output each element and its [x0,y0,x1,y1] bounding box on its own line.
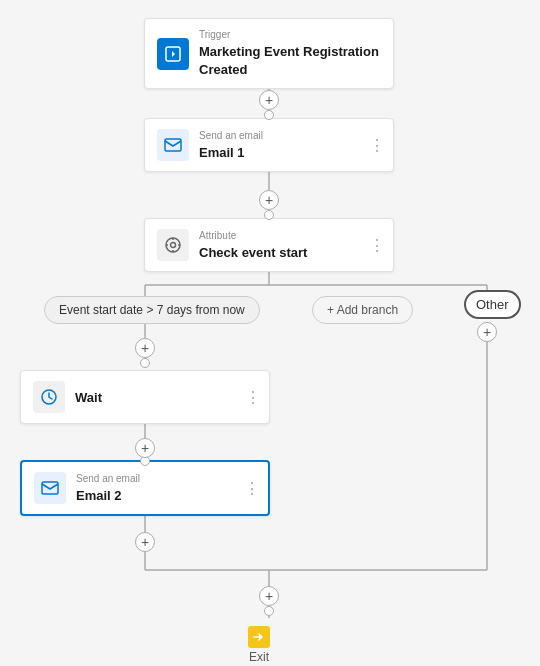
plus-btn-4[interactable]: + [135,438,155,458]
exit-icon [248,626,270,648]
plus-btn-5[interactable]: + [135,532,155,552]
email2-info: Send an email Email 2 [76,473,140,504]
email2-node: Send an email Email 2 ⋮ [20,460,270,516]
attribute-node: Attribute Check event start ⋮ [144,218,394,272]
email2-title: Email 2 [76,488,122,503]
email1-label: Send an email [199,130,263,141]
other-label: Other [476,297,509,312]
wait-info: Wait [75,388,102,406]
event-branch-label: Event start date > 7 days from now [59,303,245,317]
wait-node: Wait ⋮ [20,370,270,424]
email1-title: Email 1 [199,145,245,160]
other-pill[interactable]: Other [464,290,521,319]
plus-btn-6[interactable]: + [259,586,279,606]
email2-label: Send an email [76,473,140,484]
trigger-info: Trigger Marketing Event Registration Cre… [199,29,381,78]
trigger-node: Trigger Marketing Event Registration Cre… [144,18,394,89]
trigger-title: Marketing Event Registration Created [199,44,379,77]
trigger-label: Trigger [199,29,381,40]
dot-5 [264,606,274,616]
exit-node: Exit [248,626,270,664]
email1-node: Send an email Email 1 ⋮ [144,118,394,172]
attribute-label: Attribute [199,230,307,241]
add-branch-label: + Add branch [327,303,398,317]
trigger-icon [157,38,189,70]
svg-point-20 [166,238,180,252]
plus-btn-1[interactable]: + [259,90,279,110]
attribute-menu[interactable]: ⋮ [369,236,385,255]
dot-2 [264,210,274,220]
email2-menu[interactable]: ⋮ [244,479,260,498]
plus-btn-3[interactable]: + [135,338,155,358]
wait-icon [33,381,65,413]
attribute-info: Attribute Check event start [199,230,307,261]
email1-icon [157,129,189,161]
wait-title: Wait [75,390,102,405]
attribute-title: Check event start [199,245,307,260]
svg-point-21 [171,243,176,248]
dot-1 [264,110,274,120]
event-branch-pill[interactable]: Event start date > 7 days from now [44,296,260,324]
email1-info: Send an email Email 1 [199,130,263,161]
attribute-icon [157,229,189,261]
exit-label: Exit [249,650,269,664]
svg-rect-19 [165,139,181,151]
workflow-canvas: Trigger Marketing Event Registration Cre… [0,0,540,666]
add-branch-button[interactable]: + Add branch [312,296,413,324]
email2-icon [34,472,66,504]
plus-btn-2[interactable]: + [259,190,279,210]
wait-menu[interactable]: ⋮ [245,388,261,407]
dot-3 [140,358,150,368]
plus-btn-other[interactable]: + [477,322,497,342]
svg-rect-23 [42,482,58,494]
email1-menu[interactable]: ⋮ [369,136,385,155]
